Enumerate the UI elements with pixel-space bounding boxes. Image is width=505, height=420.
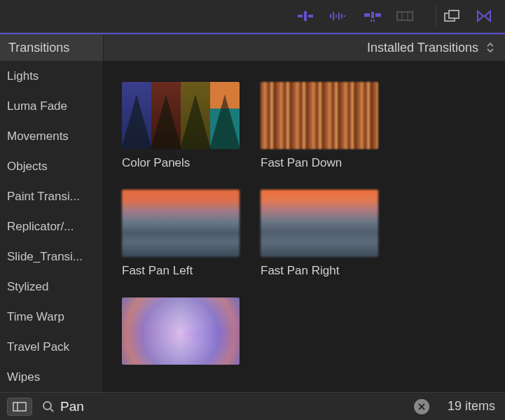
layout-icon	[13, 402, 27, 412]
browser-header: Transitions Installed Transitions	[0, 33, 505, 61]
toolbar-separator	[436, 6, 436, 27]
filter-dropdown[interactable]: Installed Transitions	[104, 34, 505, 61]
transition-label: Fast Pan Down	[261, 156, 380, 170]
svg-rect-2	[308, 15, 313, 18]
transition-tile[interactable]	[122, 298, 241, 372]
transition-label: Fast Pan Right	[261, 264, 380, 278]
clip-trim-icon[interactable]	[296, 8, 315, 24]
transition-tile[interactable]: Color Panels	[122, 82, 241, 170]
svg-rect-4	[333, 12, 334, 20]
transition-thumbnail	[122, 82, 240, 149]
sidebar-item[interactable]: Travel Pack	[0, 332, 103, 362]
svg-rect-12	[371, 20, 372, 22]
transition-label: Fast Pan Left	[122, 264, 241, 278]
chevron-updown-icon	[485, 41, 495, 54]
toolbar-group-center	[296, 8, 347, 24]
item-count-label: 19 items	[448, 399, 495, 414]
transition-label: Color Panels	[122, 156, 241, 170]
svg-point-21	[43, 402, 51, 410]
close-icon	[418, 403, 425, 410]
audio-waveform-icon[interactable]	[328, 8, 347, 24]
sidebar-item[interactable]: Time Warp	[0, 302, 103, 332]
toolbar-group-right1	[363, 8, 415, 24]
filter-dropdown-label: Installed Transitions	[367, 41, 478, 55]
top-toolbar	[0, 0, 505, 33]
section-title: Transitions	[8, 41, 69, 55]
toolbar-group-right2	[442, 8, 494, 24]
svg-line-22	[50, 409, 53, 412]
svg-rect-9	[364, 13, 370, 17]
transition-tile[interactable]: Fast Pan Down	[261, 82, 380, 170]
clear-search-button[interactable]	[414, 399, 429, 414]
transition-thumbnail	[261, 82, 378, 149]
sidebar-item[interactable]: Wipes	[0, 362, 103, 392]
transition-browser-icon[interactable]	[363, 8, 382, 24]
share-window-icon[interactable]	[442, 8, 462, 24]
svg-rect-7	[341, 14, 343, 18]
search-input[interactable]	[60, 399, 414, 414]
sidebar-item[interactable]: Movements	[0, 121, 103, 151]
filmstrip-icon[interactable]	[395, 8, 415, 24]
svg-rect-11	[371, 12, 374, 18]
svg-rect-5	[335, 15, 337, 18]
svg-rect-8	[344, 15, 345, 17]
svg-rect-3	[330, 14, 331, 18]
sidebar-item[interactable]: Luma Fade	[0, 91, 103, 121]
svg-rect-1	[298, 15, 303, 18]
transition-tile[interactable]: Fast Pan Left	[122, 190, 241, 278]
search-icon	[42, 400, 55, 413]
search-field-wrap	[42, 399, 438, 414]
sidebar-item[interactable]: Paint Transi...	[0, 181, 103, 211]
transitions-grid-area: Color PanelsFast Pan DownFast Pan LeftFa…	[104, 61, 505, 392]
sidebar-item[interactable]: Objects	[0, 151, 103, 181]
transition-thumbnail	[122, 298, 240, 365]
transitions-grid: Color PanelsFast Pan DownFast Pan LeftFa…	[122, 82, 491, 372]
main-area: LightsLuma FadeMovementsObjectsPaint Tra…	[0, 61, 505, 392]
transition-thumbnail	[122, 190, 240, 257]
sidebar-item[interactable]: Slide_Transi...	[0, 241, 103, 272]
svg-rect-19	[13, 402, 26, 411]
svg-rect-0	[304, 11, 307, 21]
section-title-cell: Transitions	[0, 34, 104, 61]
transition-tile[interactable]: Fast Pan Right	[261, 190, 380, 278]
svg-rect-6	[338, 13, 340, 20]
footer-bar: 19 items	[0, 392, 505, 420]
svg-rect-13	[373, 20, 375, 22]
comparison-icon[interactable]	[474, 8, 494, 24]
transition-thumbnail	[261, 190, 378, 257]
svg-rect-18	[449, 10, 459, 18]
sidebar-item[interactable]: Lights	[0, 61, 103, 91]
sidebar-item[interactable]: Replicator/...	[0, 211, 103, 241]
category-sidebar: LightsLuma FadeMovementsObjectsPaint Tra…	[0, 61, 104, 392]
svg-rect-10	[375, 13, 381, 17]
sidebar-item[interactable]: Stylized	[0, 272, 103, 302]
svg-rect-14	[397, 12, 413, 20]
layout-toggle-button[interactable]	[7, 398, 32, 416]
